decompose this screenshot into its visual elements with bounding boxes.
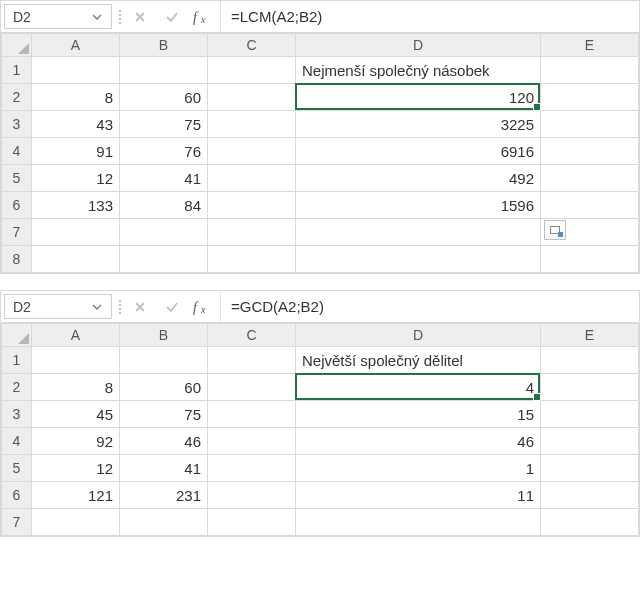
row-header[interactable]: 2 <box>2 84 32 111</box>
cell[interactable] <box>541 374 639 401</box>
row-header[interactable]: 5 <box>2 455 32 482</box>
cell[interactable] <box>296 246 541 273</box>
cell[interactable] <box>208 455 296 482</box>
cell[interactable]: 121 <box>32 482 120 509</box>
cell[interactable]: 41 <box>120 455 208 482</box>
cell[interactable] <box>541 84 639 111</box>
cell[interactable]: 46 <box>296 428 541 455</box>
column-header[interactable]: C <box>208 34 296 57</box>
cancel-formula-button[interactable] <box>124 291 156 322</box>
cell[interactable] <box>208 482 296 509</box>
row-header[interactable]: 3 <box>2 111 32 138</box>
column-header[interactable]: B <box>120 34 208 57</box>
cell[interactable] <box>208 165 296 192</box>
cell[interactable]: Nejmenší společný násobek <box>296 57 541 84</box>
autofill-options-button[interactable] <box>544 220 566 240</box>
cell[interactable]: 84 <box>120 192 208 219</box>
cell[interactable] <box>208 57 296 84</box>
cancel-formula-button[interactable] <box>124 1 156 32</box>
cell[interactable]: 46 <box>120 428 208 455</box>
row-header[interactable]: 1 <box>2 57 32 84</box>
cell[interactable]: 92 <box>32 428 120 455</box>
cell[interactable] <box>541 401 639 428</box>
row-header[interactable]: 8 <box>2 246 32 273</box>
cell[interactable]: 60 <box>120 84 208 111</box>
cell[interactable] <box>208 192 296 219</box>
enter-formula-button[interactable] <box>156 1 188 32</box>
cell[interactable] <box>208 219 296 246</box>
select-all-corner[interactable] <box>2 324 32 347</box>
cell[interactable] <box>120 509 208 536</box>
cell[interactable] <box>32 347 120 374</box>
row-header[interactable]: 7 <box>2 219 32 246</box>
cell[interactable]: 231 <box>120 482 208 509</box>
cell[interactable] <box>208 401 296 428</box>
cell[interactable]: 75 <box>120 111 208 138</box>
row-header[interactable]: 3 <box>2 401 32 428</box>
cell[interactable]: 91 <box>32 138 120 165</box>
cell[interactable] <box>208 138 296 165</box>
cell[interactable] <box>32 57 120 84</box>
worksheet-grid[interactable]: ABCDE1Nejmenší společný násobek286012034… <box>1 33 639 273</box>
cell[interactable] <box>541 192 639 219</box>
cell[interactable] <box>541 455 639 482</box>
cell[interactable] <box>541 347 639 374</box>
cell[interactable]: 6916 <box>296 138 541 165</box>
column-header[interactable]: D <box>296 34 541 57</box>
cell[interactable]: 75 <box>120 401 208 428</box>
cell[interactable] <box>208 428 296 455</box>
cell[interactable]: 43 <box>32 111 120 138</box>
cell[interactable] <box>541 509 639 536</box>
column-header[interactable]: E <box>541 324 639 347</box>
cell[interactable] <box>208 84 296 111</box>
insert-function-button[interactable]: fx <box>188 291 220 322</box>
row-header[interactable]: 1 <box>2 347 32 374</box>
column-header[interactable]: E <box>541 34 639 57</box>
cell[interactable]: 11 <box>296 482 541 509</box>
cell[interactable]: 41 <box>120 165 208 192</box>
column-header[interactable]: D <box>296 324 541 347</box>
cell[interactable] <box>296 509 541 536</box>
cell[interactable]: 12 <box>32 455 120 482</box>
cell[interactable] <box>208 347 296 374</box>
cell[interactable]: 3225 <box>296 111 541 138</box>
cell[interactable] <box>541 165 639 192</box>
formula-input[interactable]: =GCD(A2;B2) <box>220 291 639 322</box>
cell[interactable] <box>120 246 208 273</box>
cell[interactable]: 8 <box>32 374 120 401</box>
cell[interactable] <box>208 509 296 536</box>
cell[interactable] <box>541 246 639 273</box>
cell[interactable] <box>208 246 296 273</box>
cell[interactable]: 60 <box>120 374 208 401</box>
chevron-down-icon[interactable] <box>89 12 105 22</box>
row-header[interactable]: 6 <box>2 192 32 219</box>
formula-input[interactable]: =LCM(A2;B2) <box>220 1 639 32</box>
cell[interactable]: 1596 <box>296 192 541 219</box>
column-header[interactable]: C <box>208 324 296 347</box>
row-header[interactable]: 5 <box>2 165 32 192</box>
row-header[interactable]: 6 <box>2 482 32 509</box>
cell[interactable] <box>120 57 208 84</box>
insert-function-button[interactable]: fx <box>188 1 220 32</box>
cell[interactable] <box>208 374 296 401</box>
row-header[interactable]: 4 <box>2 428 32 455</box>
cell[interactable]: 133 <box>32 192 120 219</box>
cell[interactable] <box>32 509 120 536</box>
row-header[interactable]: 2 <box>2 374 32 401</box>
column-header[interactable]: A <box>32 34 120 57</box>
cell[interactable]: Největší společný dělitel <box>296 347 541 374</box>
cell[interactable]: 1 <box>296 455 541 482</box>
cell[interactable]: 15 <box>296 401 541 428</box>
column-header[interactable]: B <box>120 324 208 347</box>
cell[interactable]: 12 <box>32 165 120 192</box>
name-box[interactable]: D2 <box>4 294 112 319</box>
chevron-down-icon[interactable] <box>89 302 105 312</box>
cell[interactable] <box>541 428 639 455</box>
cell[interactable] <box>541 57 639 84</box>
cell[interactable]: 492 <box>296 165 541 192</box>
enter-formula-button[interactable] <box>156 291 188 322</box>
worksheet-grid[interactable]: ABCDE1Největší společný dělitel286043457… <box>1 323 639 536</box>
cell[interactable] <box>208 111 296 138</box>
cell[interactable] <box>541 111 639 138</box>
cell[interactable] <box>32 246 120 273</box>
